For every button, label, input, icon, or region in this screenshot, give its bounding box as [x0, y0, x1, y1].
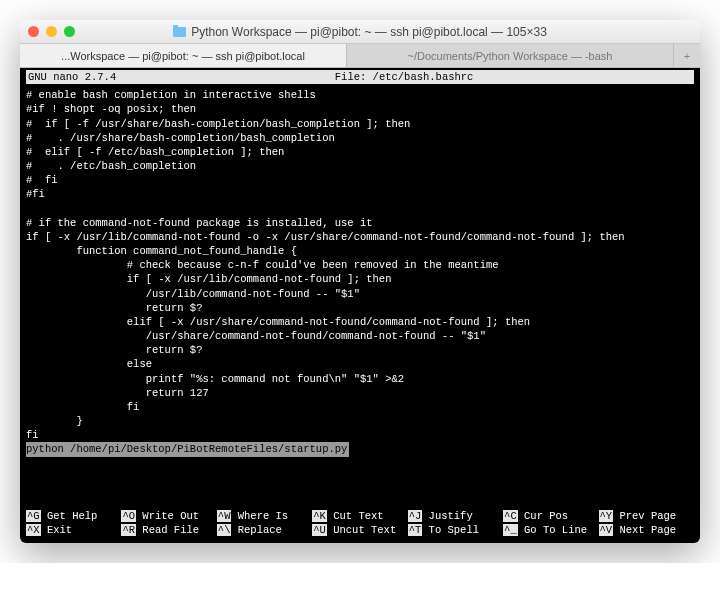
- shortcut-label: Exit: [47, 524, 72, 536]
- code-line: else: [26, 358, 152, 370]
- shortcut-label: Replace: [238, 524, 282, 536]
- shortcut-item: ^G Get Help: [26, 509, 121, 523]
- code-line: # if [ -f /usr/share/bash-completion/bas…: [26, 118, 410, 130]
- code-line: /usr/share/command-not-found/command-not…: [26, 330, 486, 342]
- window-title-text: Python Workspace — pi@pibot: ~ — ssh pi@…: [191, 25, 547, 39]
- code-line: return $?: [26, 344, 202, 356]
- shortcut-label: Get Help: [47, 510, 97, 522]
- shortcut-item: ^X Exit: [26, 523, 121, 537]
- editor-content[interactable]: # enable bash completion in interactive …: [26, 84, 694, 458]
- shortcut-item: ^C Cur Pos: [503, 509, 598, 523]
- code-line: fi: [26, 401, 139, 413]
- shortcut-key: ^W: [217, 510, 232, 522]
- terminal-body[interactable]: GNU nano 2.7.4 File: /etc/bash.bashrc # …: [20, 68, 700, 543]
- shortcut-key: ^_: [503, 524, 518, 536]
- new-tab-button[interactable]: +: [674, 44, 700, 67]
- cursor-line: python /home/pi/Desktop/PiBotRemoteFiles…: [26, 442, 349, 456]
- code-line: # enable bash completion in interactive …: [26, 89, 316, 101]
- code-line: printf "%s: command not found\n" "$1" >&…: [26, 373, 404, 385]
- tab-active[interactable]: ...Workspace — pi@pibot: ~ — ssh pi@pibo…: [20, 44, 347, 67]
- shortcut-item: ^O Write Out: [121, 509, 216, 523]
- shortcut-item: ^Y Prev Page: [599, 509, 694, 523]
- shortcut-item: ^V Next Page: [599, 523, 694, 537]
- code-line: # check because c-n-f could've been remo…: [26, 259, 499, 271]
- tab-bar: ...Workspace — pi@pibot: ~ — ssh pi@pibo…: [20, 44, 700, 68]
- window-title: Python Workspace — pi@pibot: ~ — ssh pi@…: [20, 25, 700, 39]
- tab-inactive[interactable]: ~/Documents/Python Workspace — -bash: [347, 44, 674, 67]
- shortcut-item: ^R Read File: [121, 523, 216, 537]
- code-line: # . /etc/bash_completion: [26, 160, 196, 172]
- shortcut-item: ^K Cut Text: [312, 509, 407, 523]
- shortcut-row: ^G Get Help ^O Write Out ^W Where Is ^K …: [26, 509, 694, 523]
- terminal-window: Python Workspace — pi@pibot: ~ — ssh pi@…: [20, 20, 700, 543]
- nano-app-name: GNU nano 2.7.4: [28, 70, 116, 84]
- nano-file-label: File: /etc/bash.bashrc: [116, 70, 692, 84]
- shortcut-item: ^J Justify: [408, 509, 503, 523]
- nano-header: GNU nano 2.7.4 File: /etc/bash.bashrc: [26, 70, 694, 84]
- tab-active-label: ...Workspace — pi@pibot: ~ — ssh pi@pibo…: [61, 50, 305, 62]
- shortcut-key: ^U: [312, 524, 327, 536]
- shortcut-key: ^X: [26, 524, 41, 536]
- shortcut-item: ^T To Spell: [408, 523, 503, 537]
- shortcut-key: ^J: [408, 510, 423, 522]
- code-line: #if ! shopt -oq posix; then: [26, 103, 196, 115]
- shortcut-item: ^U Uncut Text: [312, 523, 407, 537]
- plus-icon: +: [684, 50, 690, 62]
- shortcut-label: Justify: [429, 510, 473, 522]
- titlebar: Python Workspace — pi@pibot: ~ — ssh pi@…: [20, 20, 700, 44]
- shortcut-key: ^V: [599, 524, 614, 536]
- shortcut-label: Prev Page: [619, 510, 676, 522]
- shortcut-key: ^\: [217, 524, 232, 536]
- shortcut-label: Cur Pos: [524, 510, 568, 522]
- shortcut-key: ^R: [121, 524, 136, 536]
- minimize-icon[interactable]: [46, 26, 57, 37]
- code-line: /usr/lib/command-not-found -- "$1": [26, 288, 360, 300]
- shortcut-key: ^T: [408, 524, 423, 536]
- shortcut-label: Write Out: [142, 510, 199, 522]
- shortcut-label: Go To Line: [524, 524, 587, 536]
- close-icon[interactable]: [28, 26, 39, 37]
- code-line: # fi: [26, 174, 58, 186]
- maximize-icon[interactable]: [64, 26, 75, 37]
- shortcut-key: ^Y: [599, 510, 614, 522]
- window-controls: [28, 26, 75, 37]
- shortcut-key: ^C: [503, 510, 518, 522]
- nano-shortcuts: ^G Get Help ^O Write Out ^W Where Is ^K …: [26, 509, 694, 537]
- folder-icon: [173, 27, 186, 37]
- tab-inactive-label: ~/Documents/Python Workspace — -bash: [408, 50, 613, 62]
- shortcut-item: ^W Where Is: [217, 509, 312, 523]
- shortcut-item: ^\ Replace: [217, 523, 312, 537]
- code-line: return 127: [26, 387, 209, 399]
- shortcut-key: ^O: [121, 510, 136, 522]
- shortcut-key: ^G: [26, 510, 41, 522]
- shortcut-item: ^_ Go To Line: [503, 523, 598, 537]
- shortcut-label: Uncut Text: [333, 524, 396, 536]
- editor-blank-area: [26, 459, 694, 507]
- code-line: # if the command-not-found package is in…: [26, 217, 373, 229]
- code-line: if [ -x /usr/lib/command-not-found -o -x…: [26, 231, 625, 243]
- shortcut-row: ^X Exit ^R Read File ^\ Replace ^U Uncut…: [26, 523, 694, 537]
- code-line: function command_not_found_handle {: [26, 245, 297, 257]
- shortcut-label: Cut Text: [333, 510, 383, 522]
- code-line: #fi: [26, 188, 45, 200]
- code-line: if [ -x /usr/lib/command-not-found ]; th…: [26, 273, 391, 285]
- shortcut-label: Read File: [142, 524, 199, 536]
- code-line: fi: [26, 429, 39, 441]
- shortcut-label: Next Page: [619, 524, 676, 536]
- code-line: # . /usr/share/bash-completion/bash_comp…: [26, 132, 335, 144]
- shortcut-key: ^K: [312, 510, 327, 522]
- code-line: }: [26, 415, 83, 427]
- code-line: elif [ -x /usr/share/command-not-found/c…: [26, 316, 530, 328]
- code-line: # elif [ -f /etc/bash_completion ]; then: [26, 146, 284, 158]
- code-line: return $?: [26, 302, 202, 314]
- shortcut-label: Where Is: [238, 510, 288, 522]
- shortcut-label: To Spell: [429, 524, 479, 536]
